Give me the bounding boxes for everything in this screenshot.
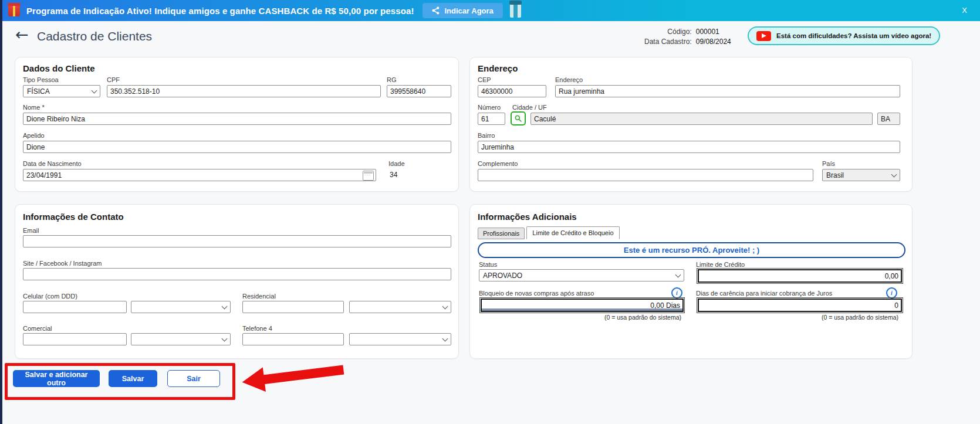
adicionais-title: Informações Adicionais <box>478 212 577 222</box>
tipo-pessoa-select[interactable]: FÍSICA <box>23 85 100 97</box>
cidade-search-button[interactable] <box>511 111 526 125</box>
telefone4-input[interactable] <box>242 333 344 345</box>
email-label: Email <box>23 227 39 234</box>
uf-input[interactable] <box>877 113 900 125</box>
endereco-label: Endereço <box>555 76 583 83</box>
apelido-input[interactable] <box>23 141 451 153</box>
video-help-label: Está com dificuldades? Assista um vídeo … <box>776 32 931 39</box>
pro-feature-banner: Este é um recurso PRÓ. Aproveite! ; ) <box>478 242 905 258</box>
residencial-type-select[interactable] <box>349 301 451 313</box>
data-cadastro-value: 09/08/2024 <box>696 38 731 46</box>
cpf-label: CPF <box>107 76 120 83</box>
status-select[interactable]: APROVADO <box>479 269 684 281</box>
celular-input[interactable] <box>23 301 127 313</box>
share-icon <box>432 6 440 15</box>
pais-label: País <box>822 160 835 167</box>
indicar-agora-label: Indicar Agora <box>445 6 494 15</box>
complemento-label: Complemento <box>478 160 518 167</box>
idade-value: 34 <box>390 171 397 179</box>
carencia-input[interactable] <box>698 299 902 312</box>
dados-cliente-card: Dados do Cliente Tipo Pessoa CPF RG FÍSI… <box>15 57 459 192</box>
site-input[interactable] <box>23 268 451 280</box>
video-help-button[interactable]: Está com dificuldades? Assista um vídeo … <box>748 26 940 45</box>
exit-button[interactable]: Sair <box>167 370 220 387</box>
adicionais-tabs: Profissionais Limite de Crédito e Bloque… <box>478 226 620 239</box>
chevron-down-icon <box>222 335 228 341</box>
data-nascimento-input[interactable] <box>23 169 376 181</box>
status-value: APROVADO <box>483 272 522 280</box>
page-title: Cadastro de Clientes <box>37 29 152 43</box>
comercial-label: Comercial <box>23 325 52 332</box>
cep-input[interactable] <box>478 85 546 97</box>
promo-message: Programa de Indicação Ativo! Indique ami… <box>26 6 414 16</box>
cadastro-clientes-screen: Programa de Indicação Ativo! Indique ami… <box>0 0 980 424</box>
contato-title: Informações de Contato <box>23 212 124 222</box>
codigo-value: 000001 <box>696 28 731 36</box>
numero-input[interactable] <box>478 113 505 125</box>
bloqueio-hint: (0 = usa padrão do sistema) <box>479 314 681 321</box>
tipo-pessoa-label: Tipo Pessoa <box>23 76 59 83</box>
rg-input[interactable] <box>387 85 451 97</box>
bloqueio-input[interactable] <box>481 299 684 312</box>
tab-profissionais[interactable]: Profissionais <box>478 228 525 239</box>
info-icon[interactable]: i <box>886 287 897 299</box>
tab-limite-credito-bloqueio[interactable]: Limite de Crédito e Bloqueio <box>526 226 619 239</box>
bairro-input[interactable] <box>478 141 900 153</box>
comercial-input[interactable] <box>23 333 127 345</box>
indicar-agora-button[interactable]: Indicar Agora <box>423 3 503 18</box>
chevron-down-icon <box>891 171 897 177</box>
site-label: Site / Facebook / Instagram <box>23 260 102 267</box>
limite-credito-label: Limite de Crédito <box>696 261 745 268</box>
cidade-uf-label: Cidade / UF <box>512 104 547 111</box>
celular-label: Celular (com DDD) <box>23 293 77 300</box>
nome-label: Nome * <box>23 104 45 111</box>
youtube-icon <box>756 31 771 41</box>
bairro-label: Bairro <box>478 132 495 139</box>
magnifier-icon <box>514 114 522 123</box>
apelido-label: Apelido <box>23 132 45 139</box>
nome-input[interactable] <box>23 113 451 125</box>
carencia-label: Dias de carência para iniciar cobrança d… <box>696 290 832 297</box>
cidade-input[interactable] <box>530 113 873 125</box>
telefone4-label: Telefone 4 <box>242 325 272 332</box>
save-and-add-button[interactable]: Salvar e adicionar outro <box>13 370 100 387</box>
left-edge-strip <box>0 0 2 424</box>
endereco-title: Endereço <box>478 63 518 73</box>
comercial-type-select[interactable] <box>131 333 231 345</box>
carencia-hint: (0 = usa padrão do sistema) <box>696 314 898 321</box>
pais-value: Brasil <box>826 171 844 179</box>
chevron-down-icon <box>442 335 448 341</box>
bloqueio-label: Bloqueio de novas compras após atraso <box>479 290 594 297</box>
info-icon[interactable]: i <box>671 287 682 299</box>
record-meta: Código: 000001 Data Cadastro: 09/08/2024 <box>644 28 731 46</box>
adicionais-card: Informações Adicionais Profissionais Lim… <box>469 204 913 359</box>
annotation-arrow <box>239 358 348 395</box>
cpf-input[interactable] <box>107 85 381 97</box>
endereco-card: Endereço CEP Endereço Número Cidade / UF… <box>469 57 913 192</box>
complemento-input[interactable] <box>478 169 813 181</box>
calendar-icon[interactable] <box>363 171 374 181</box>
promo-banner: Programa de Indicação Ativo! Indique ami… <box>0 0 980 21</box>
tipo-pessoa-value: FÍSICA <box>27 87 50 96</box>
data-nascimento-label: Data de Nascimento <box>23 160 82 167</box>
residencial-label: Residencial <box>242 293 276 300</box>
residencial-input[interactable] <box>242 301 344 313</box>
celular-type-select[interactable] <box>131 301 231 313</box>
endereco-input[interactable] <box>555 85 900 97</box>
cep-label: CEP <box>478 76 491 83</box>
banner-close-button[interactable]: X <box>958 5 971 15</box>
email-input[interactable] <box>23 235 451 247</box>
rg-label: RG <box>387 76 397 83</box>
back-arrow-icon[interactable]: ← <box>12 26 32 43</box>
status-label: Status <box>479 261 497 268</box>
telefone4-type-select[interactable] <box>349 333 451 345</box>
chevron-down-icon <box>442 303 448 309</box>
data-cadastro-label: Data Cadastro: <box>644 38 692 46</box>
giftbox-icon <box>510 4 521 18</box>
save-button[interactable]: Salvar <box>109 370 157 387</box>
chevron-down-icon <box>222 303 228 309</box>
contato-card: Informações de Contato Email Site / Face… <box>15 204 459 359</box>
dados-cliente-title: Dados do Cliente <box>23 63 95 73</box>
pais-select[interactable]: Brasil <box>822 169 900 181</box>
limite-credito-input[interactable] <box>698 269 902 283</box>
